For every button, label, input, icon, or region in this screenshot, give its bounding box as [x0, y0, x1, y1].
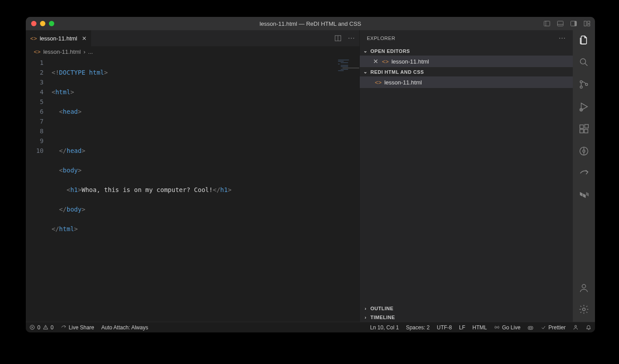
vscode-window: lesson-11.html — ReDI HTML and CSS <> le… — [26, 17, 595, 332]
close-icon[interactable]: ✕ — [372, 58, 379, 65]
chevron-down-icon: ⌄ — [362, 69, 369, 75]
status-cursor[interactable]: Ln 10, Col 1 — [366, 324, 402, 331]
open-editors-section[interactable]: ⌄ OPEN EDITORS — [360, 46, 573, 56]
html-file-icon: <> — [34, 48, 40, 55]
chevron-right-icon: › — [362, 315, 369, 320]
share-icon[interactable] — [579, 168, 589, 180]
svg-rect-21 — [585, 124, 588, 128]
svg-point-15 — [586, 84, 588, 86]
status-encoding[interactable]: UTF-8 — [433, 324, 455, 331]
svg-point-11 — [580, 59, 586, 64]
person-icon — [573, 324, 579, 330]
code-content[interactable]: <!DOCTYPE html> <html> <head> </head> <b… — [52, 57, 359, 322]
search-icon[interactable] — [579, 57, 589, 69]
error-icon — [29, 324, 35, 330]
status-liveshare[interactable]: Live Share — [57, 322, 97, 332]
svg-rect-18 — [580, 125, 583, 128]
line-numbers: 12345678910 — [26, 57, 52, 322]
svg-point-39 — [530, 328, 531, 328]
status-language[interactable]: HTML — [469, 324, 490, 331]
status-autoattach[interactable]: Auto Attach: Always — [98, 322, 152, 332]
account-icon[interactable] — [579, 283, 589, 295]
open-editor-label: lesson-11.html — [391, 58, 429, 65]
run-debug-icon[interactable] — [579, 101, 589, 114]
status-golive[interactable]: Go Live — [490, 324, 524, 331]
tab-close-icon[interactable]: ✕ — [82, 35, 87, 42]
minimap[interactable] — [338, 60, 357, 73]
customize-layout-icon[interactable] — [583, 20, 591, 27]
activity-bar — [573, 30, 595, 322]
html-file-icon: <> — [30, 35, 37, 42]
minimize-window-icon[interactable] — [40, 21, 45, 26]
svg-rect-7 — [587, 21, 590, 24]
svg-point-23 — [583, 150, 585, 152]
close-window-icon[interactable] — [31, 21, 36, 26]
check-icon — [541, 325, 546, 330]
layout-controls — [543, 20, 591, 27]
svg-point-41 — [575, 325, 576, 327]
breadcrumb-rest: ... — [88, 48, 93, 55]
explorer-title: EXPLORER ⋯ — [360, 30, 573, 46]
html-file-icon: <> — [382, 58, 389, 65]
copilot-icon — [527, 324, 534, 331]
status-bell[interactable] — [582, 324, 595, 330]
svg-point-29 — [582, 284, 586, 288]
window-title: lesson-11.html — ReDI HTML and CSS — [26, 20, 595, 27]
editor-group: <> lesson-11.html ✕ ⋯ <> lesson-11.html … — [26, 30, 359, 322]
svg-rect-38 — [528, 326, 533, 329]
traffic-lights — [31, 21, 54, 26]
tab-bar: <> lesson-11.html ✕ ⋯ — [26, 30, 359, 46]
liveshare-icon — [60, 324, 66, 330]
status-eol[interactable]: LF — [455, 324, 469, 331]
terraform-icon[interactable] — [579, 190, 589, 203]
svg-point-14 — [580, 86, 583, 88]
svg-marker-26 — [580, 192, 583, 196]
maximize-window-icon[interactable] — [49, 21, 54, 26]
svg-rect-20 — [584, 129, 588, 133]
gitlens-icon[interactable] — [579, 146, 589, 158]
chevron-right-icon: › — [362, 306, 369, 311]
status-copilot[interactable] — [524, 324, 537, 331]
explorer-panel: EXPLORER ⋯ ⌄ OPEN EDITORS ✕ <> lesson-11… — [359, 30, 573, 322]
tab-lesson-11[interactable]: <> lesson-11.html ✕ — [26, 30, 92, 46]
status-feedback[interactable] — [569, 324, 582, 330]
titlebar: lesson-11.html — ReDI HTML and CSS — [26, 17, 595, 30]
warning-icon — [43, 324, 48, 330]
svg-line-12 — [585, 64, 588, 66]
status-bar: 0 0 Live Share Auto Attach: Always Ln 10… — [26, 322, 595, 332]
breadcrumb-separator-icon: › — [84, 48, 85, 55]
svg-marker-27 — [583, 194, 586, 198]
timeline-section[interactable]: › TIMELINE — [360, 313, 573, 322]
explorer-icon[interactable] — [579, 35, 589, 47]
svg-point-13 — [580, 81, 583, 83]
svg-rect-6 — [584, 21, 587, 26]
status-prettier[interactable]: Prettier — [537, 324, 569, 331]
panel-bottom-icon[interactable] — [557, 20, 564, 27]
svg-rect-2 — [558, 21, 563, 26]
svg-rect-5 — [575, 21, 576, 26]
code-editor[interactable]: 12345678910 <!DOCTYPE html> <html> <head… — [26, 57, 359, 322]
status-indent[interactable]: Spaces: 2 — [402, 324, 433, 331]
svg-point-37 — [496, 327, 498, 328]
source-control-icon[interactable] — [579, 79, 589, 92]
extensions-icon[interactable] — [579, 124, 589, 136]
panel-left-icon[interactable] — [543, 20, 551, 27]
svg-rect-8 — [587, 24, 590, 26]
open-editor-item[interactable]: ✕ <> lesson-11.html — [360, 56, 573, 67]
outline-section[interactable]: › OUTLINE — [360, 304, 573, 313]
file-item[interactable]: <> lesson-11.html — [360, 76, 573, 88]
html-file-icon: <> — [375, 79, 382, 86]
chevron-down-icon: ⌄ — [362, 48, 369, 54]
panel-right-icon[interactable] — [570, 20, 577, 27]
svg-marker-28 — [586, 192, 589, 196]
breadcrumb[interactable]: <> lesson-11.html › ... — [26, 46, 359, 57]
settings-gear-icon[interactable] — [579, 304, 589, 316]
status-problems[interactable]: 0 0 — [26, 322, 57, 332]
split-editor-icon[interactable] — [334, 35, 342, 42]
project-section[interactable]: ⌄ REDI HTML AND CSS — [360, 67, 573, 76]
broadcast-icon — [494, 324, 500, 330]
file-label: lesson-11.html — [384, 79, 422, 86]
svg-point-30 — [583, 308, 585, 311]
breadcrumb-file: lesson-11.html — [43, 48, 81, 55]
svg-point-40 — [531, 328, 532, 328]
